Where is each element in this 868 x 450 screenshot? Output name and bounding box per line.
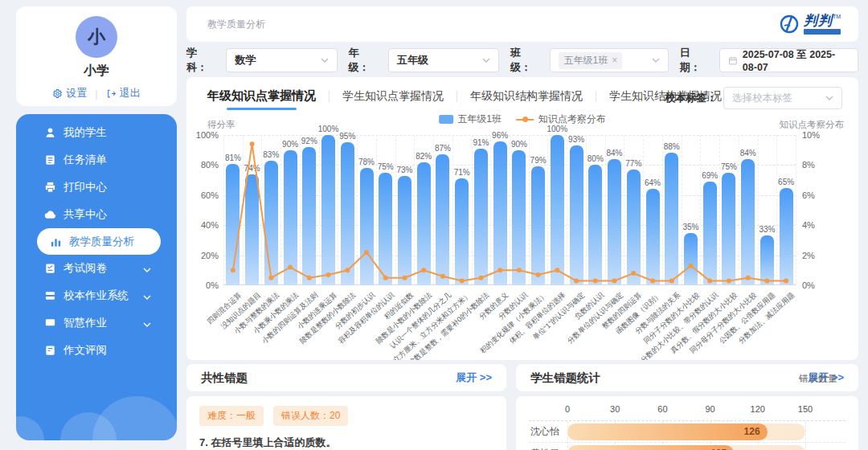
sidebar-item-label: 教学质量分析 <box>69 235 134 249</box>
legend-bar-swatch <box>439 115 453 124</box>
task-icon <box>44 153 56 166</box>
sidebar-item-analysis[interactable]: 教学质量分析 <box>37 228 161 255</box>
line-point <box>345 268 350 272</box>
difficulty-badge: 难度：一般 <box>199 406 264 426</box>
x-tick: 60 <box>657 404 667 414</box>
calendar-icon <box>728 55 738 66</box>
common-errors-body: 难度：一般 错误人数：20 7. 在括号里填上合适的质数。 （ ）+（ ）= 8… <box>186 396 506 450</box>
sidebar-item-label: 作文评阅 <box>63 343 107 358</box>
subject-label: 学科： <box>186 46 215 75</box>
y-tick-left: 100% <box>188 130 219 140</box>
sidebar-item-label: 校本作业系统 <box>63 288 129 303</box>
x-tick: 150 <box>798 404 813 414</box>
y-tick-left: 40% <box>188 220 219 230</box>
class-label: 班级： <box>510 46 538 75</box>
line-point <box>497 268 502 272</box>
student-chart-axis: 0306090120150 <box>567 404 805 417</box>
line-point <box>669 278 674 283</box>
brand-logo: 判判TM <box>779 14 841 35</box>
line-point <box>746 276 751 280</box>
class-tag: 五年级1班 × <box>559 52 622 69</box>
line-point <box>707 278 712 283</box>
sidebar-menu: 我的学生任务清单打印中心共享中心教学质量分析考试阅卷校本作业系统智慧作业作文评阅 <box>16 114 177 440</box>
chevron-down-icon <box>143 322 151 327</box>
essay-icon <box>44 344 56 357</box>
printer-icon <box>44 181 56 194</box>
sidebar-item-essay[interactable]: 作文评阅 <box>16 337 177 364</box>
gear-icon <box>52 88 63 99</box>
student-bar-chart: 沈心怡 126 黄松昊 105 <box>529 420 845 450</box>
tab-2[interactable]: 年级知识结构掌握情况 <box>470 89 583 110</box>
y-tick-right: 4% <box>802 220 833 230</box>
top-bar: 教学质量分析 判判TM <box>186 6 858 42</box>
line-point <box>231 268 235 272</box>
student-row: 黄松昊 105 <box>529 443 845 450</box>
question-text: 7. 在括号里填上合适的质数。 <box>199 436 493 450</box>
y-tick-right: 0% <box>802 280 833 290</box>
knowledge-chart-card: 年级知识点掌握情况学生知识点掌握情况年级知识结构掌握情况学生知识结构掌握情况 校… <box>186 77 858 360</box>
sidebar-item-student[interactable]: 我的学生 <box>16 119 177 146</box>
chevron-down-icon <box>321 58 329 63</box>
line-point <box>764 278 769 283</box>
user-name: 小学 <box>16 63 177 80</box>
bar-track: 105 <box>567 445 805 450</box>
line-point <box>326 272 331 277</box>
brand-tm: TM <box>833 14 841 19</box>
tab-1[interactable]: 学生知识点掌握情况 <box>342 89 444 110</box>
tab-0[interactable]: 年级知识点掌握情况 <box>207 88 316 110</box>
sidebar-item-task[interactable]: 任务清单 <box>16 146 177 174</box>
subject-value: 数学 <box>235 53 256 68</box>
legend-bar-label[interactable]: 五年级1班 <box>457 112 502 126</box>
chevron-down-icon <box>143 268 151 272</box>
logout-label: 退出 <box>120 86 141 100</box>
common-errors-expand-button[interactable]: 展开 >> <box>456 370 492 385</box>
sidebar-item-smart[interactable]: 智慧作业 <box>16 309 177 337</box>
close-icon[interactable]: × <box>612 55 617 66</box>
brand-tagline-strip <box>804 29 841 35</box>
subject-select[interactable]: 数学 <box>226 48 337 72</box>
sidebar-item-printer[interactable]: 打印中心 <box>16 174 177 201</box>
line-point <box>250 141 255 146</box>
x-tick: 120 <box>751 404 765 414</box>
school-tag-select[interactable]: 选择校本标签 <box>723 87 842 109</box>
distribution-line <box>223 135 796 285</box>
avatar: 小 <box>76 16 117 58</box>
line-point <box>440 274 445 279</box>
line-point <box>784 278 788 283</box>
date-label: 日期： <box>680 46 708 75</box>
y-tick-left: 80% <box>188 160 219 170</box>
sidebar-item-label: 我的学生 <box>63 125 107 140</box>
common-errors-panel: 共性错题 展开 >> 难度：一般 错误人数：20 7. 在括号里填上合适的质数。… <box>186 364 506 450</box>
student-errors-panel: 学生错题统计 展开 >> 0306090120150 错误数量 沈心怡 126 … <box>516 364 858 450</box>
y-tick-left: 60% <box>188 190 219 200</box>
sidebar-item-label: 任务清单 <box>63 153 107 167</box>
grade-select[interactable]: 五年级 <box>388 48 499 72</box>
line-point <box>517 268 522 272</box>
tab-divider <box>457 91 457 102</box>
logout-button[interactable]: 退出 <box>106 86 141 100</box>
logout-icon <box>106 88 117 99</box>
common-errors-title: 共性错题 <box>201 370 248 386</box>
line-point <box>288 265 293 270</box>
sidebar-item-exam[interactable]: 考试阅卷 <box>16 255 177 282</box>
chevron-down-icon <box>143 295 151 300</box>
bar-value-label: 100% <box>541 125 573 133</box>
student-name: 黄松昊 <box>529 447 567 450</box>
class-select[interactable]: 五年级1班 × <box>550 48 668 72</box>
error-count-badge: 错误人数：20 <box>273 406 348 426</box>
chart-tabs: 年级知识点掌握情况学生知识点掌握情况年级知识结构掌握情况学生知识结构掌握情况 <box>207 88 722 110</box>
line-point <box>555 268 559 272</box>
line-point <box>383 276 388 280</box>
student-name: 沈心怡 <box>529 425 567 439</box>
date-range-picker[interactable]: 2025-07-08 至 2025-08-07 <box>719 48 858 72</box>
line-point <box>478 276 483 280</box>
line-point <box>650 278 655 283</box>
student-error-bar[interactable]: 126 <box>567 423 768 440</box>
student-chart-xlabel: 错误数量 <box>799 372 837 386</box>
y-tick-right: 10% <box>802 130 833 140</box>
profile-card: 小 小学 设置 | 退出 <box>16 6 177 106</box>
settings-button[interactable]: 设置 <box>52 86 87 100</box>
sidebar-item-homework[interactable]: 校本作业系统 <box>16 282 177 309</box>
sidebar-item-share[interactable]: 共享中心 <box>16 201 177 228</box>
student-error-bar[interactable]: 105 <box>567 445 734 450</box>
